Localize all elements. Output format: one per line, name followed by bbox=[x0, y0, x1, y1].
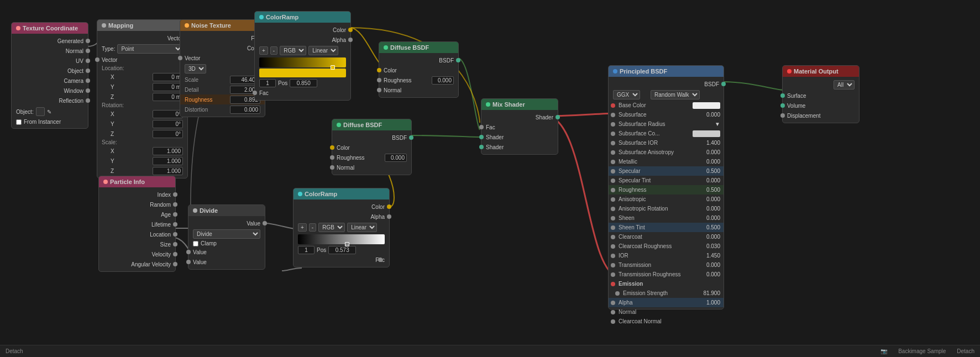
socket-diffuse1-normal-in[interactable] bbox=[377, 88, 381, 92]
mapping-rot-z-input[interactable] bbox=[153, 130, 183, 138]
mapping-loc-x-input[interactable] bbox=[153, 73, 183, 81]
node-colorramp1-header[interactable]: ColorRamp bbox=[255, 12, 350, 23]
node-divide-header[interactable]: Divide bbox=[188, 205, 265, 216]
socket-reflection-out[interactable] bbox=[86, 98, 90, 103]
socket-mixshader-fac-in[interactable] bbox=[479, 125, 484, 129]
socket-diffuse1-bsdf[interactable] bbox=[456, 58, 460, 62]
socket-metallic-in[interactable] bbox=[611, 160, 615, 164]
socket-pi-location[interactable] bbox=[173, 232, 177, 237]
socket-roughness-in[interactable] bbox=[611, 188, 615, 192]
socket-cr2-fac-out[interactable] bbox=[378, 258, 382, 262]
socket-cr1-color[interactable] bbox=[348, 28, 353, 32]
node-colorramp2-header[interactable]: ColorRamp bbox=[294, 188, 389, 200]
socket-divide-val2[interactable] bbox=[186, 260, 191, 264]
socket-divide-val1[interactable] bbox=[186, 250, 191, 254]
socket-generated-out[interactable] bbox=[86, 39, 90, 43]
cr2-gradient-bar[interactable] bbox=[298, 234, 385, 244]
cr2-mode-select[interactable]: RGB bbox=[318, 223, 345, 232]
mapping-rot-y-input[interactable] bbox=[153, 120, 183, 128]
socket-pi-index[interactable] bbox=[173, 192, 177, 197]
socket-cr1-alpha[interactable] bbox=[348, 38, 353, 42]
socket-diffuse2-normal-in[interactable] bbox=[330, 165, 334, 170]
sss-co-swatch[interactable] bbox=[693, 130, 720, 137]
socket-subsurface-in[interactable] bbox=[611, 113, 615, 117]
socket-window-out[interactable] bbox=[86, 88, 90, 93]
node-texcoord-header[interactable]: Texture Coordinate bbox=[12, 23, 88, 34]
node-diffuse1-header[interactable]: Diffuse BSDF bbox=[379, 42, 458, 53]
socket-mixshader-shader1-in[interactable] bbox=[479, 135, 484, 139]
socket-normal2-in[interactable] bbox=[611, 310, 615, 314]
socket-trans-rough-in[interactable] bbox=[611, 272, 615, 277]
bottom-detach-right[interactable]: Detach bbox=[957, 348, 974, 354]
cr2-stop-handle[interactable] bbox=[345, 242, 349, 246]
socket-normal-out[interactable] bbox=[86, 49, 90, 53]
socket-diffuse2-bsdf[interactable] bbox=[409, 135, 413, 140]
socket-camera-out[interactable] bbox=[86, 78, 90, 83]
socket-anisotropic-in[interactable] bbox=[611, 197, 615, 202]
cr1-add-btn[interactable]: + bbox=[259, 46, 268, 55]
noise-dim-select[interactable]: 3D bbox=[185, 64, 206, 74]
socket-cc-normal-in[interactable] bbox=[611, 319, 615, 324]
matout-target-select[interactable]: All bbox=[834, 80, 855, 90]
socket-ior-in[interactable] bbox=[611, 254, 615, 258]
mapping-type-select[interactable]: Point bbox=[117, 44, 183, 54]
cr1-remove-btn[interactable]: - bbox=[270, 46, 277, 55]
socket-pi-velocity[interactable] bbox=[173, 252, 177, 256]
socket-alpha-in[interactable] bbox=[611, 301, 615, 305]
socket-pi-size[interactable] bbox=[173, 242, 177, 246]
mapping-scale-z-input[interactable] bbox=[153, 167, 183, 175]
mapping-loc-y-input[interactable] bbox=[153, 83, 183, 91]
from-instancer-checkbox[interactable] bbox=[16, 119, 22, 125]
socket-vector-in[interactable] bbox=[95, 57, 99, 62]
node-diffuse2-header[interactable]: Diffuse BSDF bbox=[332, 119, 411, 130]
socket-cc-roughness-in[interactable] bbox=[611, 244, 615, 249]
cr1-stop-handle[interactable] bbox=[331, 65, 335, 70]
socket-divide-out[interactable] bbox=[263, 221, 267, 225]
socket-diffuse2-roughness-in[interactable] bbox=[330, 155, 334, 160]
socket-emission-in[interactable] bbox=[611, 282, 615, 286]
socket-cr2-color[interactable] bbox=[387, 204, 391, 209]
cr1-pos-input[interactable] bbox=[290, 79, 317, 87]
cr2-pos-input[interactable] bbox=[328, 246, 356, 254]
node-mixshader-header[interactable]: Mix Shader bbox=[481, 99, 558, 110]
noise-distortion-input[interactable] bbox=[230, 106, 260, 114]
bottom-detach-left[interactable]: Detach bbox=[6, 348, 23, 354]
mapping-scale-x-input[interactable] bbox=[153, 147, 183, 155]
diffuse1-roughness-input[interactable] bbox=[432, 76, 454, 85]
socket-specular-tint-in[interactable] bbox=[611, 179, 615, 183]
cr2-idx-input[interactable] bbox=[298, 246, 315, 254]
cr2-remove-btn[interactable]: - bbox=[309, 223, 316, 232]
node-principled-header[interactable]: Principled BSDF bbox=[609, 66, 724, 77]
socket-sss-radius-in[interactable] bbox=[611, 122, 615, 127]
socket-emission-strength-in[interactable] bbox=[615, 291, 620, 296]
socket-sheen-tint-in[interactable] bbox=[611, 225, 615, 230]
socket-mixshader-out[interactable] bbox=[555, 115, 560, 119]
mapping-loc-z-input[interactable] bbox=[153, 93, 183, 101]
socket-clearcoat-in[interactable] bbox=[611, 235, 615, 239]
divide-type-select[interactable]: Divide bbox=[193, 229, 260, 239]
base-color-swatch[interactable] bbox=[693, 102, 720, 109]
socket-diffuse1-roughness-in[interactable] bbox=[377, 78, 381, 82]
cr1-interp-select[interactable]: Linear bbox=[308, 46, 338, 55]
socket-matout-volume[interactable] bbox=[780, 103, 785, 108]
socket-aniso-rot-in[interactable] bbox=[611, 207, 615, 211]
socket-sss-aniso-in[interactable] bbox=[611, 150, 615, 155]
object-swatch[interactable] bbox=[36, 107, 45, 116]
socket-mixshader-shader2-in[interactable] bbox=[479, 145, 484, 149]
socket-vector-in2[interactable] bbox=[178, 56, 182, 60]
node-mapping-header[interactable]: Mapping bbox=[97, 20, 187, 31]
diffuse2-roughness-input[interactable] bbox=[385, 154, 407, 162]
cr2-add-btn[interactable]: + bbox=[298, 223, 307, 232]
divide-clamp-checkbox[interactable] bbox=[193, 241, 198, 246]
socket-pi-lifetime[interactable] bbox=[173, 222, 177, 227]
socket-principled-bsdf-out[interactable] bbox=[721, 82, 726, 86]
cr2-interp-select[interactable]: Linear bbox=[347, 223, 377, 232]
socket-pi-angvel[interactable] bbox=[173, 262, 177, 266]
socket-base-color-in[interactable] bbox=[611, 103, 615, 108]
socket-cr2-alpha[interactable] bbox=[387, 214, 391, 219]
socket-specular-in[interactable] bbox=[611, 169, 615, 174]
socket-sheen-in[interactable] bbox=[611, 216, 615, 221]
principled-dist-select[interactable]: GGX bbox=[613, 90, 640, 99]
socket-pi-age[interactable] bbox=[173, 212, 177, 217]
mapping-rot-x-input[interactable] bbox=[153, 110, 183, 118]
